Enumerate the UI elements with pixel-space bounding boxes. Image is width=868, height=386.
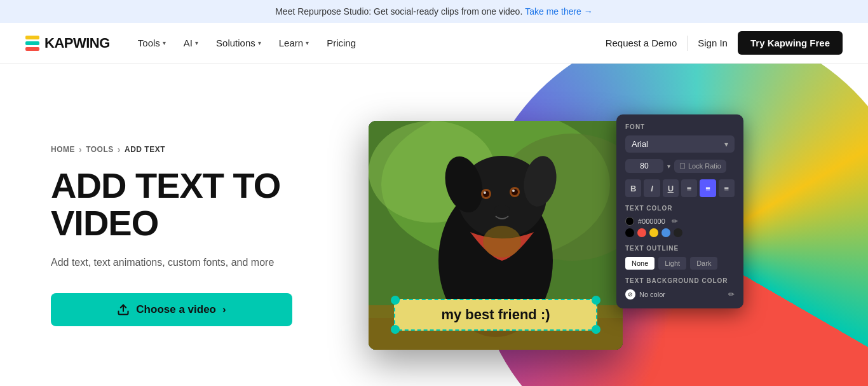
video-area: my best friend :) — [369, 121, 623, 350]
font-size-row: 80 ▾ ☐ Lock Ratio — [625, 159, 735, 173]
nav-links: Tools ▾ AI ▾ Solutions ▾ Learn ▾ Pricing — [130, 32, 606, 53]
try-free-button[interactable]: Try Kapwing Free — [738, 31, 843, 55]
svg-point-13 — [512, 189, 518, 195]
main-nav: KAPWING Tools ▾ AI ▾ Solutions ▾ Learn ▾… — [0, 23, 868, 64]
nav-divider — [687, 36, 688, 51]
breadcrumb-sep-1: › — [79, 144, 82, 155]
chevron-down-icon: ▾ — [195, 39, 198, 46]
breadcrumb-sep-2: › — [118, 144, 121, 155]
text-overlay-inner: my best friend :) — [394, 299, 597, 331]
sign-in-link[interactable]: Sign In — [698, 38, 728, 48]
outline-light-button[interactable]: Light — [658, 257, 686, 270]
color-palette — [625, 228, 735, 237]
nav-ai[interactable]: AI ▾ — [176, 32, 206, 53]
resize-handle-bl[interactable] — [391, 325, 400, 334]
no-color-icon[interactable]: ⊘ — [625, 289, 635, 300]
banner-link[interactable]: Take me there → — [525, 6, 593, 17]
text-bg-color-row: ⊘ No color ✏ — [625, 289, 735, 300]
text-overlay[interactable]: my best friend :) — [394, 299, 597, 331]
svg-point-15 — [494, 205, 510, 215]
align-right-button[interactable]: ≡ — [719, 179, 735, 197]
outline-buttons-row: None Light Dark — [625, 257, 735, 270]
palette-red[interactable] — [637, 228, 646, 237]
nav-solutions[interactable]: Solutions ▾ — [208, 32, 269, 53]
font-section-title: FONT — [625, 123, 735, 130]
upload-icon — [117, 303, 130, 316]
banner-text: Meet Repurpose Studio: Get social-ready … — [275, 6, 522, 17]
editor-window: my best friend :) — [369, 121, 623, 350]
palette-yellow[interactable] — [649, 228, 658, 237]
text-color-section-title: TEXT COLOR — [625, 205, 735, 212]
editor-mockup: my best friend :) FONT Arial ▾ — [369, 121, 623, 350]
font-dropdown-icon: ▾ — [724, 140, 728, 149]
format-buttons-row: B I U ≡ ≡ ≡ — [625, 179, 735, 197]
chevron-down-icon: ▾ — [163, 39, 166, 46]
palette-black[interactable] — [625, 228, 634, 237]
hero-subtitle: Add text, text animations, custom fonts,… — [51, 255, 330, 270]
svg-point-14 — [512, 190, 515, 192]
font-size-chevron: ▾ — [667, 163, 670, 170]
svg-point-16 — [483, 226, 521, 258]
no-color-label: No color — [639, 291, 665, 298]
nav-learn[interactable]: Learn ▾ — [271, 32, 316, 53]
nav-right: Request a Demo Sign In Try Kapwing Free — [606, 31, 843, 55]
current-color-swatch[interactable] — [625, 217, 634, 226]
nav-pricing[interactable]: Pricing — [319, 32, 363, 53]
color-hex-value: #000000 — [638, 217, 665, 225]
breadcrumb-tools[interactable]: TOOLS — [86, 145, 114, 154]
breadcrumb-current: ADD TEXT — [125, 145, 165, 154]
logo[interactable]: KAPWING — [25, 35, 110, 52]
font-panel: FONT Arial ▾ 80 ▾ ☐ Lock Ratio B — [616, 114, 743, 308]
resize-handle-br[interactable] — [592, 325, 600, 334]
lock-ratio-toggle[interactable]: ☐ Lock Ratio — [674, 160, 726, 173]
logo-text: KAPWING — [44, 35, 110, 52]
underline-button[interactable]: U — [663, 179, 679, 197]
svg-point-10 — [483, 191, 489, 197]
resize-handle-tl[interactable] — [391, 296, 400, 305]
align-left-button[interactable]: ≡ — [681, 179, 697, 197]
font-size-input[interactable]: 80 — [625, 159, 663, 173]
align-center-button[interactable]: ≡ — [700, 179, 715, 197]
page-title: ADD TEXT TO VIDEO — [51, 167, 330, 242]
text-outline-section-title: TEXT OUTLINE — [625, 245, 735, 252]
color-picker-icon[interactable]: ✏ — [672, 217, 678, 226]
hero-left: HOME › TOOLS › ADD TEXT ADD TEXT TO VIDE… — [0, 64, 356, 386]
outline-dark-button[interactable]: Dark — [690, 257, 717, 270]
hero-section: HOME › TOOLS › ADD TEXT ADD TEXT TO VIDE… — [0, 64, 868, 386]
palette-blue[interactable] — [661, 228, 670, 237]
chevron-down-icon: ▾ — [306, 39, 309, 46]
text-bg-section-title: TEXT BACKGROUND COLOR — [625, 277, 735, 284]
italic-button[interactable]: I — [644, 179, 660, 197]
hero-right: my best friend :) FONT Arial ▾ — [356, 64, 868, 386]
outline-none-button[interactable]: None — [625, 257, 654, 270]
font-name-display: Arial — [632, 139, 648, 149]
svg-point-11 — [484, 191, 486, 194]
announcement-banner: Meet Repurpose Studio: Get social-ready … — [0, 0, 868, 23]
logo-icon — [25, 36, 39, 51]
font-select[interactable]: Arial ▾ — [625, 135, 735, 153]
text-color-row: #000000 ✏ — [625, 217, 735, 226]
overlay-text: my best friend :) — [441, 307, 550, 322]
resize-handle-tr[interactable] — [592, 296, 600, 305]
bold-button[interactable]: B — [625, 179, 641, 197]
bg-color-picker-icon[interactable]: ✏ — [728, 290, 735, 299]
breadcrumb-home[interactable]: HOME — [51, 145, 75, 154]
palette-dark[interactable] — [674, 228, 682, 237]
breadcrumb: HOME › TOOLS › ADD TEXT — [51, 144, 330, 155]
request-demo-link[interactable]: Request a Demo — [606, 38, 677, 48]
chevron-down-icon: ▾ — [258, 39, 261, 46]
nav-tools[interactable]: Tools ▾ — [130, 32, 173, 53]
choose-video-button[interactable]: Choose a video › — [51, 293, 292, 326]
